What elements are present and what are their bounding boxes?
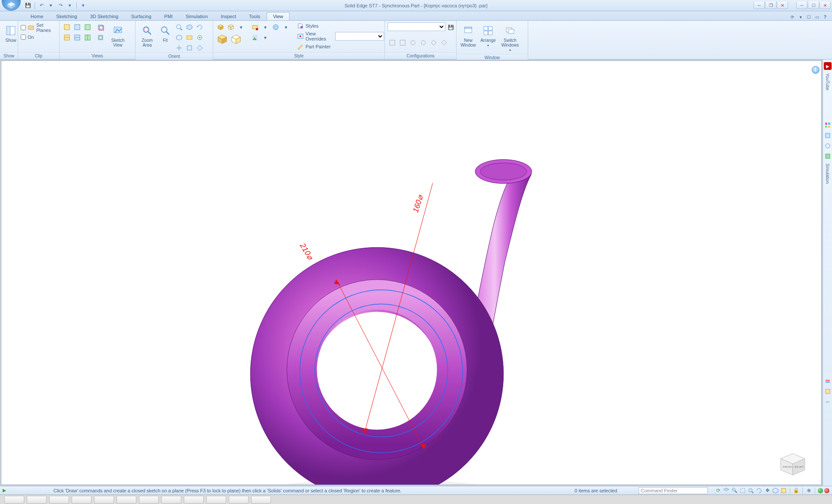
sb-pan-icon[interactable]: ✥	[764, 487, 771, 494]
style-cube-3[interactable]: ▾	[236, 22, 246, 32]
orient-btn-2[interactable]	[185, 22, 194, 32]
sb-style-icon[interactable]	[780, 487, 787, 494]
help-question-icon[interactable]: ?	[822, 13, 829, 20]
part-painter-link[interactable]: Part Painter	[297, 43, 384, 50]
tab-sketching[interactable]: Sketching	[50, 12, 83, 20]
configurations-save-icon[interactable]: 💾	[446, 22, 456, 32]
youtube-icon[interactable]: ▶	[824, 62, 832, 70]
orient-btn-9[interactable]	[195, 43, 205, 53]
taskbar-item[interactable]	[27, 496, 47, 504]
style-sphere-btn[interactable]	[271, 22, 280, 32]
style-bg-drop[interactable]: ▾	[261, 33, 270, 42]
cfg-btn-2[interactable]	[398, 38, 407, 47]
style-bigcube-1[interactable]	[216, 33, 229, 46]
views-btn-1[interactable]	[62, 22, 72, 32]
new-window-button[interactable]: New Window	[459, 22, 477, 49]
undo-button[interactable]: ↶	[38, 2, 45, 9]
cfg-btn-4[interactable]	[419, 38, 428, 47]
taskbar-item[interactable]	[4, 496, 24, 504]
orient-btn-3[interactable]	[195, 22, 205, 32]
side-btn-1[interactable]	[824, 121, 832, 129]
sb-cube-icon[interactable]	[723, 487, 730, 494]
orient-btn-8[interactable]	[185, 43, 194, 53]
minimize-button[interactable]: ─	[796, 2, 807, 9]
side-btn-7[interactable]: ⤺	[824, 398, 832, 406]
view-overrides-link[interactable]: View Overrides	[297, 31, 384, 41]
tab-view[interactable]: View	[267, 12, 290, 20]
redo-button[interactable]: ↷	[57, 2, 64, 9]
sb-green-dot[interactable]	[818, 488, 823, 493]
orient-btn-6[interactable]	[195, 33, 205, 42]
help-window-icon[interactable]: ☐	[805, 13, 812, 20]
styles-link[interactable]: Styles	[297, 22, 384, 29]
mdi-minimize-button[interactable]: ─	[753, 2, 765, 9]
sketch-view-button[interactable]: Sketch View	[109, 22, 127, 49]
orient-btn-1[interactable]	[174, 22, 184, 32]
undo-dropdown[interactable]: ▾	[47, 2, 55, 9]
help-minimize-icon[interactable]: ▾	[797, 13, 804, 20]
orient-btn-5[interactable]	[185, 33, 194, 42]
side-btn-2[interactable]	[824, 132, 832, 139]
style-sphere-drop[interactable]: ▾	[281, 22, 291, 32]
cfg-btn-1[interactable]	[388, 38, 397, 47]
save-button[interactable]: 💾	[24, 2, 32, 9]
tab-simulation[interactable]: Simulation	[179, 12, 214, 20]
views-btn-3[interactable]	[83, 22, 92, 32]
tab-tools[interactable]: Tools	[243, 12, 267, 20]
cfg-btn-3[interactable]	[408, 38, 418, 47]
views-btn-4[interactable]	[62, 33, 72, 42]
side-btn-3[interactable]	[824, 142, 832, 150]
zoom-area-button[interactable]: Zoom Area	[138, 22, 156, 49]
tab-pmi[interactable]: PMI	[158, 12, 180, 20]
help-collapse-icon[interactable]: ▭	[813, 13, 820, 20]
sb-view-icon[interactable]	[772, 487, 779, 494]
views-btn-6[interactable]	[83, 33, 92, 42]
taskbar-item[interactable]	[49, 496, 69, 504]
arrange-button[interactable]: Arrange▾	[479, 22, 497, 49]
views-btn-5[interactable]	[72, 33, 82, 42]
taskbar-item[interactable]	[117, 496, 136, 504]
orient-btn-7[interactable]	[174, 43, 184, 53]
tab-home[interactable]: Home	[24, 12, 50, 20]
views-btn-2[interactable]	[72, 22, 82, 32]
style-bigcube-2[interactable]	[230, 33, 243, 46]
taskbar-item[interactable]	[251, 496, 271, 504]
switch-windows-button[interactable]: Switch Windows▾	[499, 22, 521, 54]
style-color-drop[interactable]: ▾	[261, 22, 270, 32]
sb-rotate-icon[interactable]	[756, 487, 763, 494]
clip-on-checkbox[interactable]: On	[21, 35, 34, 40]
tab-3d-sketching[interactable]: 3D Sketching	[84, 12, 125, 20]
cfg-btn-5[interactable]	[429, 38, 438, 47]
graphics-viewport[interactable]: i	[1, 60, 822, 485]
taskbar-item[interactable]	[94, 496, 114, 504]
cfg-btn-6[interactable]	[439, 38, 449, 47]
style-cube-1[interactable]	[216, 22, 225, 32]
redo-dropdown[interactable]: ▾	[66, 2, 74, 9]
qat-customize[interactable]: ▾	[79, 2, 87, 9]
side-btn-6[interactable]	[824, 387, 832, 395]
set-planes-checkbox[interactable]: Set Planes	[21, 22, 57, 33]
taskbar-item[interactable]	[72, 496, 91, 504]
application-button[interactable]	[2, 0, 21, 11]
view-cube[interactable]: FRONT RIGHT	[777, 452, 808, 477]
tab-surfacing[interactable]: Surfacing	[125, 12, 158, 20]
mdi-restore-button[interactable]: ❐	[765, 2, 776, 9]
taskbar-item[interactable]	[206, 496, 226, 504]
views-overlay-btn-2[interactable]	[96, 33, 105, 42]
fit-button[interactable]: Fit	[158, 22, 173, 44]
sb-refresh-icon[interactable]: ⟳	[715, 487, 722, 494]
taskbar-item[interactable]	[184, 496, 204, 504]
side-btn-5[interactable]	[824, 377, 832, 385]
view-overrides-select[interactable]	[335, 32, 384, 41]
mdi-close-button[interactable]: ✕	[777, 2, 788, 9]
style-cube-2[interactable]	[226, 22, 236, 32]
show-panes-button[interactable]: Show	[3, 22, 19, 44]
taskbar-item[interactable]	[161, 496, 181, 504]
simulation-icon[interactable]	[824, 152, 832, 160]
close-button[interactable]: ✕	[819, 2, 831, 9]
orient-btn-4[interactable]	[174, 33, 184, 42]
style-color-btn[interactable]	[250, 22, 260, 32]
taskbar-item[interactable]	[229, 496, 249, 504]
sb-zoomarea-icon[interactable]	[739, 487, 746, 494]
style-bg-btn[interactable]	[250, 33, 260, 42]
